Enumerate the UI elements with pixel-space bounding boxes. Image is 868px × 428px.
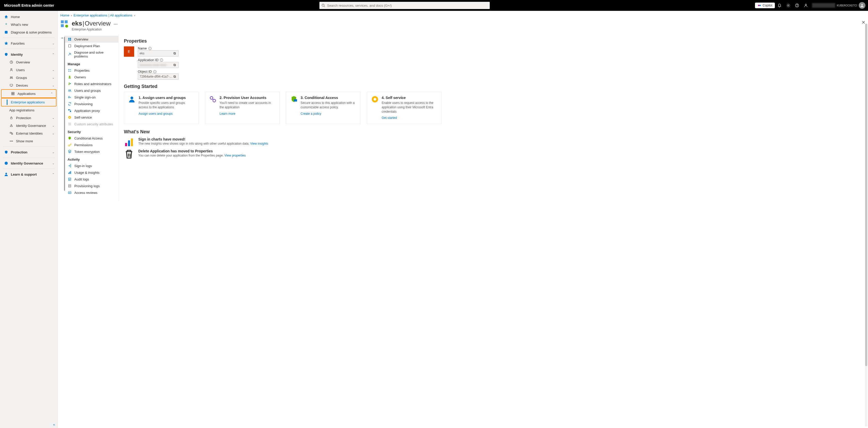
svg-rect-34 — [69, 44, 71, 47]
nav-groups[interactable]: Groups⌄ — [0, 74, 58, 81]
nav-protection[interactable]: Protection⌄ — [0, 114, 58, 122]
settings-icon[interactable] — [784, 1, 793, 9]
breadcrumb-enterprise-apps[interactable]: Enterprise applications | All applicatio… — [73, 13, 132, 17]
copilot-button[interactable]: Copilot — [755, 3, 775, 8]
assign-users-link[interactable]: Assign users and groups — [138, 112, 173, 116]
enterprise-app-icon — [60, 20, 68, 28]
svg-point-41 — [70, 83, 71, 84]
appid-label: Application ID — [138, 58, 158, 62]
nav-favorites[interactable]: Favorites⌄ — [0, 39, 58, 47]
view-insights-link[interactable]: View insights — [250, 142, 268, 145]
blade-audit-logs[interactable]: Audit logs — [64, 176, 118, 183]
collapse-nav-button[interactable]: « — [0, 423, 58, 426]
name-label: Name — [138, 46, 147, 50]
svg-point-13 — [11, 77, 13, 78]
page-header: eks | Overview ⋯ Enterprise Application — [60, 18, 863, 34]
nav-home[interactable]: Home — [0, 13, 58, 21]
nav-identity[interactable]: Identity⌃ — [0, 51, 58, 58]
nav-diagnose[interactable]: Diagnose & solve problems — [0, 28, 58, 36]
view-properties-link[interactable]: View properties — [224, 154, 246, 157]
info-icon[interactable]: i — [153, 70, 156, 73]
copy-icon[interactable] — [173, 63, 177, 67]
svg-rect-52 — [69, 151, 70, 153]
nav-whats-new[interactable]: What's new — [0, 21, 58, 28]
governance-icon — [9, 124, 13, 128]
blade-users-groups[interactable]: Users and groups — [64, 87, 118, 94]
breadcrumb-home[interactable]: Home — [60, 13, 69, 17]
search-input[interactable] — [327, 4, 488, 7]
blade-conditional-access[interactable]: Conditional Access — [64, 135, 118, 141]
copy-icon[interactable] — [173, 75, 177, 78]
objid-value: 72964a4e-df94-41a7-ac... — [138, 73, 179, 80]
blade-usage-insights[interactable]: Usage & insights — [64, 169, 118, 176]
feedback-icon[interactable] — [802, 1, 810, 9]
blade-properties[interactable]: Properties — [64, 67, 118, 74]
blade-provisioning-logs[interactable]: Provisioning logs — [64, 183, 118, 189]
review-icon — [68, 191, 72, 195]
nav-devices[interactable]: Devices⌄ — [0, 81, 58, 89]
blade-app-proxy[interactable]: Application proxy — [64, 107, 118, 114]
nav-external-identities[interactable]: External Identities⌄ — [0, 129, 58, 137]
blade-group-activity: Activity — [64, 155, 118, 162]
svg-rect-18 — [13, 94, 14, 95]
card-conditional-access: 3. Conditional AccessSecure access to th… — [286, 92, 361, 124]
content-scrollbar[interactable] — [865, 24, 867, 426]
nav-applications[interactable]: Applications⌃ — [2, 90, 56, 97]
encryption-icon — [68, 150, 72, 154]
notifications-icon[interactable] — [775, 1, 784, 9]
info-icon[interactable]: i — [160, 59, 163, 62]
svg-rect-73 — [128, 140, 130, 146]
blade-sso[interactable]: Single sign-on — [64, 94, 118, 101]
nav-identity-governance[interactable]: Identity Governance⌄ — [0, 122, 58, 129]
blade-nav-scrollbar[interactable] — [64, 37, 65, 191]
user-avatar[interactable] — [859, 2, 865, 9]
nav-users[interactable]: Users⌄ — [0, 66, 58, 74]
more-actions-button[interactable]: ⋯ — [113, 21, 119, 28]
device-icon — [9, 83, 13, 88]
nav-identity-governance-2[interactable]: Identity Governance⌄ — [0, 159, 58, 167]
nav-identity-overview[interactable]: Overview — [0, 58, 58, 66]
nav-learn-support[interactable]: Learn & support⌃ — [0, 170, 58, 178]
svg-rect-27 — [65, 20, 68, 23]
blade-overview[interactable]: Overview — [64, 36, 118, 42]
breadcrumb: Home › Enterprise applications | All app… — [60, 11, 863, 18]
help-icon[interactable] — [793, 1, 801, 9]
copilot-label: Copilot — [763, 4, 772, 7]
app-name: eks — [72, 20, 82, 27]
self-service-get-started-link[interactable]: Get started — [382, 116, 397, 120]
blade-access-reviews[interactable]: Access reviews — [64, 189, 118, 196]
create-policy-link[interactable]: Create a policy — [301, 112, 321, 116]
info-icon[interactable]: i — [148, 47, 151, 50]
nav-app-registrations[interactable]: App registrations — [0, 106, 58, 114]
blade-deployment-plan[interactable]: Deployment Plan — [64, 42, 118, 49]
provision-learn-more-link[interactable]: Learn more — [220, 112, 235, 116]
blade-token-encryption[interactable]: Token encryption — [64, 148, 118, 155]
svg-rect-63 — [174, 64, 175, 65]
nav-protection-2[interactable]: Protection⌄ — [0, 148, 58, 156]
owner-icon — [68, 75, 72, 79]
svg-point-24 — [5, 162, 8, 165]
blade-provisioning[interactable]: Provisioning — [64, 101, 118, 107]
properties-heading: Properties — [124, 38, 858, 44]
blade-owners[interactable]: Owners — [64, 74, 118, 80]
blade-roles-admins[interactable]: Roles and administrators — [64, 80, 118, 87]
svg-rect-55 — [70, 171, 71, 174]
nav-show-more[interactable]: •••Show more — [0, 137, 58, 145]
nav-enterprise-applications[interactable]: Enterprise applications — [2, 98, 56, 106]
svg-rect-62 — [174, 64, 176, 66]
external-icon — [9, 131, 13, 135]
group-icon — [9, 75, 13, 80]
blade-signin-logs[interactable]: Sign-in logs — [64, 162, 118, 169]
global-search[interactable] — [319, 2, 490, 9]
chevron-down-icon: ⌄ — [52, 151, 55, 154]
audit-icon — [68, 177, 72, 181]
blade-permissions[interactable]: Permissions — [64, 141, 118, 148]
blade-diagnose[interactable]: Diagnose and solve problems — [64, 49, 118, 60]
svg-point-11 — [10, 69, 12, 70]
blade-self-service[interactable]: Self-service — [64, 114, 118, 121]
search-icon — [321, 4, 325, 7]
chevron-down-icon: ⌄ — [52, 84, 55, 87]
copy-icon[interactable] — [173, 52, 177, 55]
svg-point-7 — [805, 4, 807, 5]
collapse-blade-nav[interactable]: « — [60, 34, 64, 201]
